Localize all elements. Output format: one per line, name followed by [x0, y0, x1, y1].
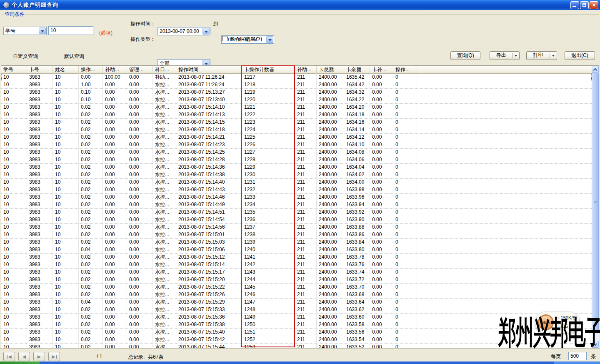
table-row[interactable]: 103983100.020.000.00水控...2013-08-07 15:1… [1, 224, 592, 231]
vertical-scrollbar[interactable] [592, 66, 599, 348]
table-cell: 211 [295, 246, 317, 254]
table-row[interactable]: 103983100.020.000.00水控...2013-08-07 15:1… [1, 164, 592, 171]
table-row[interactable]: 103983100.020.000.00水控...2013-08-07 15:1… [1, 261, 592, 269]
first-page-button[interactable]: ◀ [3, 352, 15, 361]
table-cell: 0.02 [79, 314, 103, 321]
scroll-up-button[interactable] [592, 66, 599, 73]
column-header[interactable]: 姓名 [53, 66, 79, 74]
table-cell: 1230 [242, 171, 295, 179]
table-row[interactable]: 103983100.020.000.00水控...2013-08-07 15:1… [1, 126, 592, 134]
table-row[interactable]: 103983100.020.000.00水控...2013-08-07 15:1… [1, 141, 592, 149]
table-row[interactable]: 103983100.020.000.00水控...2013-08-07 15:1… [1, 291, 592, 299]
table-cell: 211 [295, 291, 317, 299]
table-cell: 10 [53, 194, 79, 201]
table-cell: 0.00 [103, 164, 127, 171]
table-row[interactable]: 103983100.020.000.00水控...2013-08-07 15:1… [1, 269, 592, 276]
table-cell: 0 [393, 299, 417, 306]
column-header[interactable]: 操作... [79, 66, 103, 74]
table-row[interactable]: 103983100.040.000.00水控...2013-08-07 15:1… [1, 299, 592, 306]
table-row[interactable]: 103983100.020.000.00水控...2013-08-07 15:1… [1, 171, 592, 179]
query-button[interactable]: 查询(Q) [450, 51, 480, 60]
close-button[interactable]: × [590, 1, 598, 9]
table-row[interactable]: 103983100.020.000.00水控...2013-08-07 15:1… [1, 201, 592, 209]
prev-page-button[interactable]: ◀ [18, 352, 30, 361]
table-row[interactable]: 103983100.020.000.00水控...2013-08-07 15:1… [1, 254, 592, 261]
table-row[interactable]: 103983100.020.000.00水控...2013-08-07 15:1… [1, 284, 592, 291]
table-cell: 水控... [153, 269, 176, 276]
taskbar[interactable] [0, 362, 600, 364]
chevron-down-icon[interactable] [202, 28, 210, 35]
table-cell: 10 [1, 216, 27, 224]
table-cell: 0.00 [370, 216, 393, 224]
table-cell: 0.00 [103, 194, 127, 201]
table-row[interactable]: 103983100.020.000.00水控...2013-08-07 15:1… [1, 119, 592, 126]
start-button[interactable] [0, 362, 40, 364]
table-cell: 10 [53, 239, 79, 246]
table-row[interactable]: 103983100.020.000.00水控...2013-08-07 15:1… [1, 194, 592, 201]
table-row[interactable]: 103983100.020.000.00水控...2013-08-07 15:1… [1, 306, 592, 314]
table-cell: 10 [53, 321, 79, 329]
table-cell: 1233 [242, 194, 295, 201]
per-page-input[interactable]: 500 [568, 352, 587, 360]
table-cell: 水控... [153, 246, 176, 254]
table-row[interactable]: 103983100.100.000.00水控...2013-08-07 15:1… [1, 89, 592, 96]
table-row[interactable]: 103983100.020.000.00水控...2013-08-07 15:1… [1, 134, 592, 141]
table-row[interactable]: 103983100.00100.000.00补助...2013-08-07 11… [1, 74, 592, 81]
last-page-button[interactable]: ▶ [48, 352, 60, 361]
print-dropdown-arrow[interactable] [550, 52, 557, 60]
table-row[interactable]: 103983100.020.000.00水控...2013-08-07 15:1… [1, 231, 592, 239]
table-row[interactable]: 103983100.020.000.00水控...2013-08-07 15:1… [1, 104, 592, 111]
include-cancelled-checkbox[interactable] [222, 36, 228, 41]
column-header[interactable]: 补助... [295, 66, 317, 74]
column-header[interactable]: 卡操作计数器 [242, 66, 295, 74]
column-header[interactable]: 卡号 [27, 66, 53, 74]
table-cell: 10 [1, 246, 27, 254]
table-row[interactable]: 103983100.020.000.00水控...2013-08-07 15:1… [1, 209, 592, 216]
table-row[interactable]: 103983100.020.000.00水控...2013-08-07 15:1… [1, 216, 592, 224]
minimize-button[interactable] [570, 1, 579, 9]
table-cell: 0 [393, 111, 417, 119]
exit-button[interactable]: 退出(C) [565, 51, 595, 60]
print-button[interactable]: 打印 [526, 51, 557, 60]
table-row[interactable]: 103983100.020.000.00水控...2013-08-07 15:1… [1, 111, 592, 119]
column-header[interactable]: 科目... [153, 66, 176, 74]
column-header[interactable]: 卡总额 [317, 66, 344, 74]
table-cell: 2013-08-07 15:14:40 [176, 179, 242, 186]
table-cell: 水控... [153, 186, 176, 194]
table-row[interactable]: 103983100.020.000.00水控...2013-08-07 15:1… [1, 186, 592, 194]
table-cell: 2013-08-07 15:15:17 [176, 269, 242, 276]
chevron-down-icon[interactable] [39, 27, 46, 34]
column-header[interactable]: 操作... [393, 66, 417, 74]
table-cell: 10 [1, 269, 27, 276]
table-cell: 0 [393, 209, 417, 216]
table-row[interactable]: 103983100.020.000.00水控...2013-08-07 15:1… [1, 179, 592, 186]
table-cell: 1251 [242, 329, 295, 336]
table-row[interactable]: 103983100.020.000.00水控...2013-08-07 15:1… [1, 239, 592, 246]
table-row[interactable]: 103983101.000.000.00水控...2013-08-07 11:2… [1, 81, 592, 89]
chevron-down-icon[interactable] [266, 36, 273, 43]
table-cell: 0 [393, 149, 417, 156]
scrollbar-thumb[interactable] [592, 73, 599, 333]
field-selector-dropdown[interactable]: 学号 [3, 27, 47, 35]
column-header[interactable]: 卡补... [370, 66, 393, 74]
export-button[interactable]: 导出 [490, 51, 520, 60]
table-cell: 3983 [27, 314, 53, 321]
table-row[interactable]: 103983100.020.000.00水控...2013-08-07 15:1… [1, 156, 592, 164]
column-header[interactable]: 卡余额 [344, 66, 370, 74]
column-header[interactable]: 操作时间 [176, 66, 242, 74]
next-page-button[interactable]: ▶ [33, 352, 45, 361]
restore-button[interactable] [580, 1, 589, 9]
column-header[interactable]: 补助... [103, 66, 127, 74]
table-row[interactable]: 103983100.020.000.00水控...2013-08-07 15:1… [1, 276, 592, 284]
table-cell: 0.00 [103, 104, 127, 111]
table-cell: 3983 [27, 299, 53, 306]
table-row[interactable]: 103983100.100.000.00水控...2013-08-07 15:1… [1, 96, 592, 104]
export-dropdown-arrow[interactable] [512, 52, 519, 60]
field-value-input[interactable]: 10 [48, 26, 93, 35]
column-header[interactable]: 管理... [127, 66, 153, 74]
column-header[interactable]: 学号 [1, 66, 27, 74]
table-row[interactable]: 103983100.020.000.00水控...2013-08-07 15:1… [1, 149, 592, 156]
time-from-dropdown[interactable]: 2013-08-07 00:00 [158, 27, 210, 35]
table-cell: 10 [1, 314, 27, 321]
table-row[interactable]: 103983100.040.000.00水控...2013-08-07 15:1… [1, 246, 592, 254]
